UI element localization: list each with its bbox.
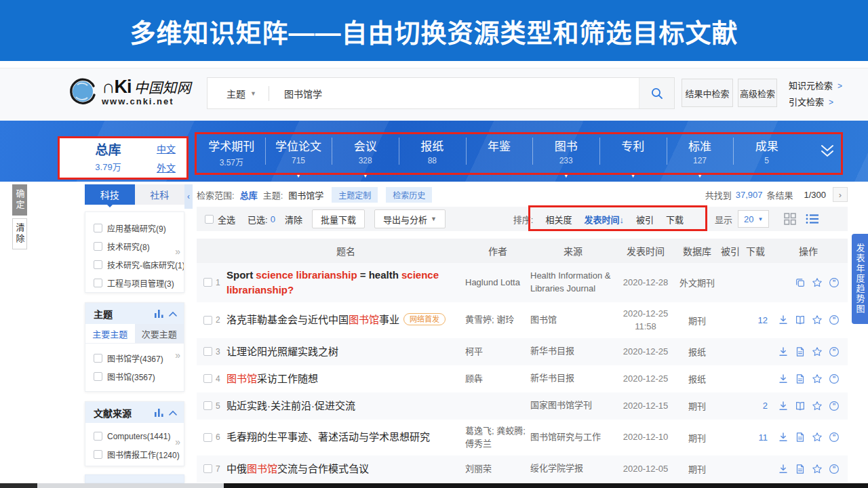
result-authors[interactable]: Haglund Lotta: [465, 276, 530, 289]
expand-more-icon[interactable]: »: [175, 436, 180, 447]
list-view-icon[interactable]: [806, 214, 819, 224]
download-icon[interactable]: [778, 314, 789, 325]
checkbox[interactable]: [94, 224, 102, 232]
result-title[interactable]: 贴近实践·关注前沿·促进交流: [226, 399, 465, 413]
copy-icon[interactable]: [795, 277, 806, 288]
filter-checkbox-item[interactable]: 图书馆学(4367): [85, 349, 184, 367]
star-icon[interactable]: [812, 314, 823, 325]
filter-checkbox-item[interactable]: Computers(1441): [85, 427, 184, 445]
download-icon[interactable]: [778, 373, 789, 384]
total-database-card[interactable]: 总库 3.79万 中文 外文: [60, 138, 186, 178]
result-source[interactable]: 图书馆研究与工作: [530, 431, 616, 444]
result-source[interactable]: 绥化学院学报: [530, 462, 616, 475]
row-checkbox[interactable]: [203, 464, 212, 473]
scrollbar-track[interactable]: [37, 483, 224, 488]
search-button[interactable]: [639, 78, 674, 108]
tab-primary-topic[interactable]: 主要主题: [85, 324, 135, 343]
horizontal-scrollbar[interactable]: [0, 483, 868, 488]
expand-more-icon[interactable]: »: [175, 246, 180, 257]
col-downloads[interactable]: 下载: [742, 244, 769, 258]
nav-resource-item[interactable]: 学位论文 715 ▼: [265, 121, 332, 182]
result-title[interactable]: 让理论阳光照耀实践之树: [226, 344, 465, 359]
nav-resource-item[interactable]: 标准 127 ▼: [667, 121, 734, 182]
page-size-select[interactable]: 20 ▼: [738, 210, 769, 228]
filter-checkbox-item[interactable]: 技术研究-临床研究(1): [85, 256, 184, 274]
quote-icon[interactable]: ”: [829, 464, 840, 474]
scrollbar-thumb[interactable]: [224, 483, 868, 488]
quote-icon[interactable]: ”: [829, 373, 840, 384]
star-icon[interactable]: [812, 373, 823, 384]
checkbox[interactable]: [94, 242, 102, 251]
sort-option[interactable]: 被引: [636, 213, 654, 226]
search-in-results-button[interactable]: 结果中检索: [682, 79, 733, 107]
doc-icon[interactable]: [795, 346, 806, 357]
download-icon[interactable]: [778, 432, 789, 443]
result-source[interactable]: 图书馆: [530, 314, 616, 327]
star-icon[interactable]: [812, 346, 823, 357]
next-page-button[interactable]: ›: [833, 187, 848, 202]
result-authors[interactable]: 葛逸飞; 龚蛟腾; 傅秀兰: [465, 424, 530, 451]
result-authors[interactable]: 顾犇: [465, 372, 530, 386]
checkbox[interactable]: [94, 354, 102, 363]
result-download-count[interactable]: 2: [742, 401, 769, 411]
result-title[interactable]: 毛春翔的生平事迹、著述活动与学术思想研究: [226, 430, 465, 445]
result-title[interactable]: 图书馆采访工作随想: [226, 371, 465, 386]
nav-resource-item[interactable]: 报纸 88 ▼: [399, 121, 466, 182]
quote-icon[interactable]: ”: [829, 432, 840, 443]
checkbox[interactable]: [94, 372, 102, 381]
bar-chart-icon[interactable]: [155, 409, 163, 417]
sort-option[interactable]: 下载: [666, 213, 684, 226]
bar-chart-icon[interactable]: [155, 310, 163, 318]
search-field-select[interactable]: 主题 ▼: [208, 87, 269, 100]
topic-customize-button[interactable]: 主题定制: [332, 187, 378, 203]
select-all-label[interactable]: 全选: [218, 213, 235, 226]
batch-download-button[interactable]: 批量下载: [312, 209, 365, 228]
tab-science-tech[interactable]: 科技: [85, 184, 135, 205]
publication-trend-tab[interactable]: 发表年度趋势图: [852, 234, 868, 324]
nav-resource-item[interactable]: 专利 ▼: [599, 121, 667, 182]
checkbox[interactable]: [94, 260, 102, 269]
filter-checkbox-item[interactable]: 技术研究(8): [85, 237, 184, 256]
doc-icon[interactable]: [795, 432, 806, 443]
clear-filters-button[interactable]: 清除: [12, 218, 27, 249]
col-date[interactable]: 发表时间: [616, 244, 675, 258]
result-title[interactable]: 洛克菲勒基金会与近代中国图书馆事业网络首发: [226, 312, 465, 327]
result-source[interactable]: 新华书目报: [530, 372, 616, 385]
chevron-up-icon[interactable]: [169, 311, 177, 317]
nav-expand-button[interactable]: [812, 138, 842, 164]
download-icon[interactable]: [778, 401, 789, 411]
result-source[interactable]: 新华书目报: [530, 345, 616, 358]
grid-view-icon[interactable]: [784, 213, 796, 225]
nav-resource-item[interactable]: 成果 5 ▼: [733, 121, 800, 182]
chinese-link[interactable]: 中文: [157, 142, 176, 155]
row-checkbox[interactable]: [203, 347, 212, 356]
download-icon[interactable]: [778, 346, 789, 357]
download-icon[interactable]: [778, 464, 789, 474]
result-title[interactable]: Sport science librarianship = health sci…: [226, 268, 465, 298]
book-icon[interactable]: [795, 401, 806, 411]
export-analyze-button[interactable]: 导出与分析 ▼: [374, 209, 446, 228]
row-checkbox[interactable]: [203, 278, 212, 287]
sort-option[interactable]: 发表时间↓: [584, 213, 624, 226]
search-input[interactable]: 图书馆学: [269, 87, 639, 100]
foreign-link[interactable]: 外文: [157, 161, 176, 174]
result-download-count[interactable]: 11: [742, 432, 769, 443]
nav-resource-item[interactable]: 学术期刊 3.57万 ▼: [198, 121, 265, 182]
sidebar-collapse-button[interactable]: ‹: [184, 184, 193, 209]
quote-icon[interactable]: ”: [829, 314, 840, 325]
result-source[interactable]: 国家图书馆学刊: [530, 399, 616, 412]
row-checkbox[interactable]: [203, 401, 212, 410]
scrollbar-segment[interactable]: [0, 483, 37, 488]
checkbox[interactable]: [94, 432, 102, 441]
result-authors[interactable]: 刘丽荣: [465, 462, 530, 476]
col-cited[interactable]: 被引: [719, 244, 742, 258]
scope-database[interactable]: 总库: [240, 188, 258, 201]
nav-resource-item[interactable]: 年鉴 ▼: [466, 121, 533, 182]
tab-secondary-topic[interactable]: 次要主题: [135, 324, 184, 343]
advanced-search-button[interactable]: 高级检索: [738, 79, 777, 107]
doc-icon[interactable]: [795, 373, 806, 384]
row-checkbox[interactable]: [203, 316, 212, 325]
result-authors[interactable]: 柯平: [465, 345, 530, 359]
quote-icon[interactable]: ”: [829, 277, 840, 288]
quote-icon[interactable]: ”: [829, 401, 840, 411]
